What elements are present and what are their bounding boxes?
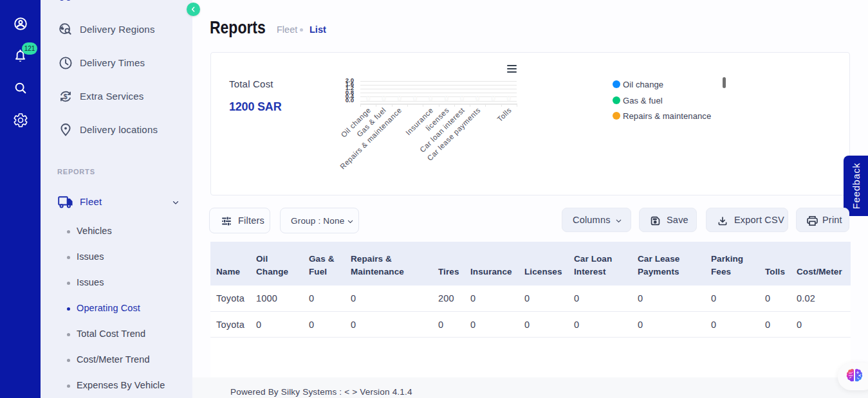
svg-text:$: $ (64, 93, 68, 100)
